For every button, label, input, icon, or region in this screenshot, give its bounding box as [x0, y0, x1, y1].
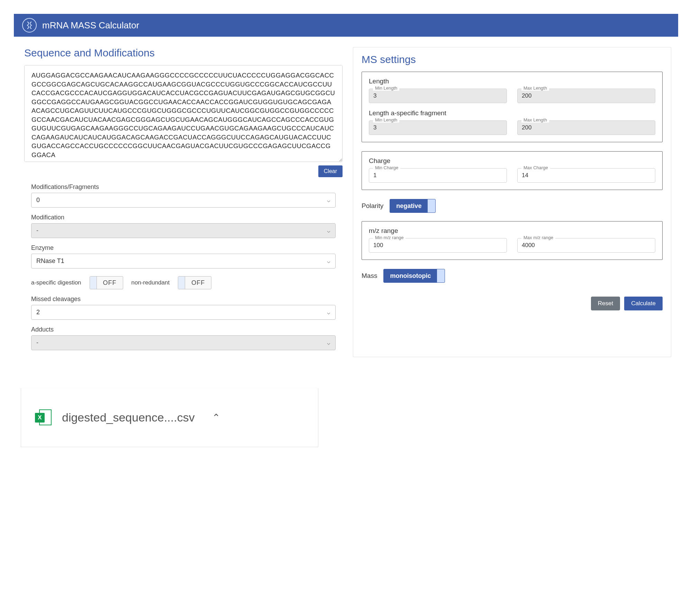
mods-fragments-select[interactable]: 0 ⌵ [31, 193, 336, 208]
max-length-label: Max Length [521, 85, 549, 91]
min-mz-input[interactable] [369, 238, 507, 253]
aspec-min-length-label: Min Length [373, 117, 399, 123]
modification-label: Modification [31, 214, 336, 221]
max-charge-input[interactable] [517, 168, 655, 183]
nonredundant-toggle[interactable]: OFF [178, 276, 211, 289]
modification-value: - [36, 227, 38, 234]
adducts-select[interactable]: - ⌵ [31, 335, 336, 350]
excel-file-icon: X [35, 409, 52, 426]
sequence-panel-title: Sequence and Modifications [24, 47, 343, 59]
aspecific-digestion-toggle[interactable]: OFF [90, 276, 123, 289]
toggle-knob [90, 277, 97, 289]
missed-cleavages-label: Missed cleavages [31, 296, 336, 303]
mass-value: monoisotopic [384, 270, 437, 282]
charge-group: Charge Min Charge Max Charge [362, 151, 663, 190]
enzyme-value: RNase T1 [36, 257, 64, 265]
mass-label: Mass [362, 272, 377, 280]
aspec-min-length-input[interactable] [369, 120, 507, 135]
chevron-down-icon: ⌵ [327, 227, 330, 234]
chevron-down-icon: ⌵ [327, 197, 330, 203]
app-header: mRNA MASS Calculator [14, 14, 678, 37]
aspecific-length-title: Length a-specific fragment [369, 109, 655, 117]
chevron-down-icon: ⌵ [327, 309, 330, 316]
sequence-panel: Sequence and Modifications AUGGAGGACGCCA… [24, 47, 343, 357]
ms-settings-title: MS settings [362, 54, 663, 65]
toggle-knob [178, 277, 185, 289]
nonredundant-value: OFF [185, 277, 211, 289]
missed-cleavages-select[interactable]: 2 ⌵ [31, 305, 336, 320]
toggle-knob [428, 199, 435, 212]
polarity-value: negative [390, 200, 428, 212]
length-group: Length Min Length Max Length Length a-sp… [362, 72, 663, 142]
adducts-value: - [36, 339, 38, 346]
max-mz-label: Max m/z range [521, 235, 555, 240]
missed-cleavages-value: 2 [36, 309, 40, 316]
length-title: Length [369, 78, 655, 85]
sequence-textarea[interactable]: AUGGAGGACGCCAAGAACAUCAAGAAGGGCCCCGCCCCCU… [24, 65, 343, 162]
charge-title: Charge [369, 157, 655, 165]
min-length-label: Min Length [373, 85, 399, 91]
ms-settings-panel: MS settings Length Min Length Max Length… [353, 47, 671, 357]
mods-fragments-value: 0 [36, 197, 40, 204]
min-length-input[interactable] [369, 89, 507, 103]
calculate-button[interactable]: Calculate [624, 297, 663, 310]
enzyme-label: Enzyme [31, 244, 336, 252]
download-shelf-item[interactable]: X digested_sequence....csv ⌃ [21, 388, 318, 447]
min-mz-label: Min m/z range [373, 235, 406, 240]
mz-range-group: m/z range Min m/z range Max m/z range [362, 221, 663, 260]
min-charge-input[interactable] [369, 168, 507, 183]
download-filename: digested_sequence....csv [62, 411, 195, 424]
max-length-input[interactable] [517, 89, 655, 103]
max-charge-label: Max Charge [521, 165, 550, 170]
toggle-knob [437, 269, 445, 282]
enzyme-select[interactable]: RNase T1 ⌵ [31, 254, 336, 269]
chevron-down-icon: ⌵ [327, 339, 330, 346]
aspecific-digestion-value: OFF [97, 277, 123, 289]
aspec-max-length-input[interactable] [517, 120, 655, 135]
mass-toggle[interactable]: monoisotopic [383, 269, 445, 283]
min-charge-label: Min Charge [373, 165, 400, 170]
app-logo-icon [22, 18, 37, 33]
adducts-label: Adducts [31, 326, 336, 333]
polarity-toggle[interactable]: negative [390, 199, 436, 213]
app-title: mRNA MASS Calculator [42, 20, 139, 31]
mz-range-title: m/z range [369, 227, 655, 235]
modification-select[interactable]: - ⌵ [31, 223, 336, 238]
reset-button[interactable]: Reset [591, 297, 620, 310]
mods-fragments-label: Modifications/Fragments [31, 183, 336, 191]
aspec-max-length-label: Max Length [521, 117, 549, 123]
clear-button[interactable]: Clear [318, 165, 343, 177]
aspecific-digestion-label: a-specific digestion [31, 279, 81, 286]
chevron-up-icon[interactable]: ⌃ [212, 412, 220, 423]
max-mz-input[interactable] [517, 238, 655, 253]
nonredundant-label: non-redundant [131, 279, 170, 286]
polarity-label: Polarity [362, 202, 383, 210]
chevron-down-icon: ⌵ [327, 258, 330, 264]
